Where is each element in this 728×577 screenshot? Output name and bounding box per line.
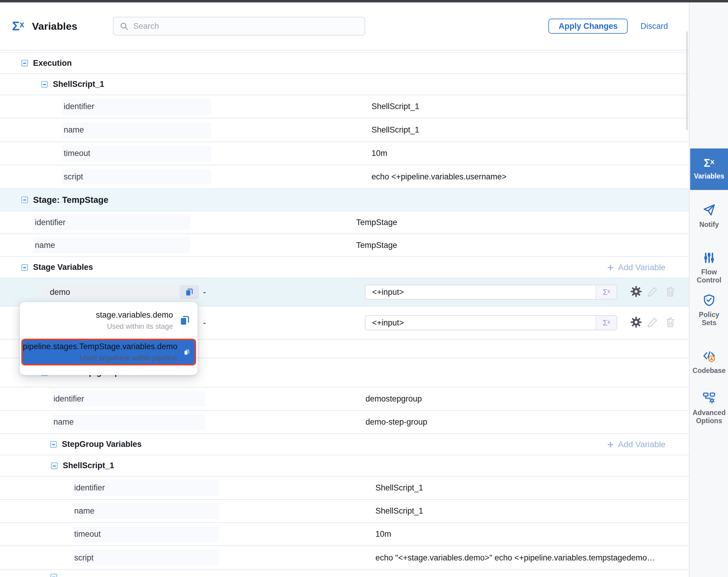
prop-label-box: name <box>62 122 211 138</box>
prop-value: ShellScript_1 <box>375 483 423 493</box>
delete-trash-icon[interactable] <box>664 316 676 329</box>
add-variable-button[interactable]: + Add Variable <box>607 262 666 273</box>
prop-label-box: identifier <box>52 391 205 407</box>
section-label: ShellScript_1 <box>63 461 114 470</box>
prop-row-name: name TempStage <box>0 234 689 257</box>
edit-pencil-icon[interactable] <box>646 285 659 299</box>
copy-icon[interactable] <box>179 315 190 326</box>
search-box[interactable] <box>113 17 365 35</box>
variables-sigma-icon: Σˣ <box>12 20 24 32</box>
collapse-icon[interactable] <box>21 60 28 67</box>
collapse-icon[interactable] <box>21 197 28 203</box>
section-label: ShellScript_1 <box>53 80 104 89</box>
variable-value-input[interactable]: <+input> Σˣ <box>365 284 617 300</box>
sidebar-item-variables[interactable]: Σˣ Variables <box>690 148 728 190</box>
add-variable-button[interactable]: + Add Variable <box>607 439 666 450</box>
prop-value: ShellScript_1 <box>371 102 419 111</box>
apply-changes-button[interactable]: Apply Changes <box>548 19 628 34</box>
prop-row-script: script echo "<+stage.variables.demo>" ec… <box>0 546 689 570</box>
prop-label-box: timeout <box>72 527 219 542</box>
sidebar-item-notify[interactable]: Notify <box>690 203 728 229</box>
variable-name-field[interactable]: demo <box>43 285 199 299</box>
sidebar-item-advanced-options[interactable]: Advanced Options <box>690 391 728 425</box>
shield-check-icon <box>702 293 716 307</box>
tree-row-shellscript-top: ShellScript_1 <box>0 74 689 95</box>
plus-icon: + <box>607 439 614 450</box>
prop-value: ShellScript_1 <box>371 125 419 135</box>
prop-label-box: name <box>72 503 219 519</box>
main-panel: Σˣ Variables Apply Changes Discard Execu… <box>0 2 690 577</box>
prop-label-box: timeout <box>62 146 211 161</box>
expression-sigma-icon[interactable]: Σˣ <box>596 285 617 299</box>
vertical-scrollbar[interactable] <box>686 31 688 130</box>
tree-row-execution: Execution <box>0 53 689 74</box>
tree-row-shellscript-bottom: ShellScript_1 <box>0 455 689 477</box>
prop-row-name: name ShellScript_1 <box>0 500 689 523</box>
window-top-bar <box>0 0 728 2</box>
variable-value-input[interactable]: <+input> Σˣ <box>365 315 617 330</box>
variable-scope-text: Used within its stage <box>107 322 173 331</box>
page-title: Variables <box>32 20 77 32</box>
variable-type: - <box>203 318 206 328</box>
prop-value: echo <+pipeline.variables.username> <box>371 172 506 181</box>
section-label: Execution <box>33 58 72 68</box>
tree-row-stage-variables: Stage Variables + Add Variable <box>0 257 689 278</box>
prop-value: demostepgroup <box>365 394 422 404</box>
prop-row-name: name ShellScript_1 <box>0 118 689 142</box>
variable-type: - <box>203 287 206 297</box>
section-label: StepGroup Variables <box>62 440 142 449</box>
settings-gear-icon[interactable] <box>629 285 643 299</box>
right-sidebar: Σˣ Variables Notify Flow Control Policy … <box>690 2 728 577</box>
prop-label-box: script <box>62 169 211 185</box>
prop-label-box: identifier <box>62 99 211 115</box>
delete-trash-icon[interactable] <box>664 285 676 299</box>
prop-row-timeout: timeout 10m <box>0 142 689 165</box>
collapse-icon[interactable] <box>51 462 58 469</box>
prop-label-box: name <box>33 237 190 253</box>
prop-label-box: identifier <box>72 480 219 496</box>
variable-scope-text: Used anywhere within pipeline <box>80 354 178 362</box>
variable-path-text: pipeline.stages.TempStage.variables.demo <box>23 342 178 351</box>
prop-value: 10m <box>375 529 391 539</box>
variable-name: demo <box>43 287 180 297</box>
copy-icon[interactable] <box>183 347 190 358</box>
edit-pencil-icon[interactable] <box>646 316 659 330</box>
collapse-icon[interactable] <box>50 574 57 577</box>
search-input[interactable] <box>133 22 359 31</box>
sidebar-item-flow-control[interactable]: Flow Control <box>690 251 728 284</box>
settings-gear-icon[interactable] <box>629 316 643 330</box>
send-icon <box>702 203 716 217</box>
discard-button[interactable]: Discard <box>640 22 668 31</box>
collapse-icon[interactable] <box>21 264 28 271</box>
partial-row <box>0 570 689 577</box>
sidebar-item-policy-sets[interactable]: Policy Sets <box>690 293 728 327</box>
plus-icon: + <box>607 262 614 273</box>
expression-sigma-icon[interactable]: Σˣ <box>596 316 617 330</box>
flow-gear-icon <box>702 391 716 405</box>
popup-option-pipeline-scope[interactable]: pipeline.stages.TempStage.variables.demo… <box>21 339 196 366</box>
popup-option-stage-scope[interactable]: stage.variables.demo Used within its sta… <box>20 302 198 339</box>
prop-value: 10m <box>371 149 387 158</box>
search-icon <box>120 22 129 31</box>
copy-icon <box>185 287 194 297</box>
variable-path-popup: stage.variables.demo Used within its sta… <box>20 302 198 375</box>
sigma-x-icon: Σˣ <box>704 158 714 169</box>
code-warning-icon <box>702 349 716 363</box>
collapse-icon[interactable] <box>41 81 48 88</box>
sliders-icon <box>702 251 716 265</box>
stage-section-label: Stage: TempStage <box>33 195 108 205</box>
prop-value: demo-step-group <box>365 418 427 427</box>
prop-label-box: name <box>52 415 205 430</box>
prop-value: ShellScript_1 <box>375 506 423 516</box>
copy-variable-button[interactable] <box>180 285 199 299</box>
prop-label-box: script <box>72 550 219 566</box>
tree-row-stepgroup-variables: StepGroup Variables + Add Variable <box>0 434 689 455</box>
variable-path-text: stage.variables.demo <box>96 310 173 320</box>
prop-row-timeout: timeout 10m <box>0 523 689 546</box>
collapse-icon[interactable] <box>50 441 57 448</box>
prop-value: TempStage <box>356 218 397 227</box>
prop-row-identifier: identifier ShellScript_1 <box>0 95 689 118</box>
prop-row-identifier: identifier demostepgroup <box>0 387 689 411</box>
sidebar-item-codebase[interactable]: Codebase <box>690 349 728 375</box>
variables-panel-screen: Σˣ Variables Apply Changes Discard Execu… <box>0 0 728 577</box>
